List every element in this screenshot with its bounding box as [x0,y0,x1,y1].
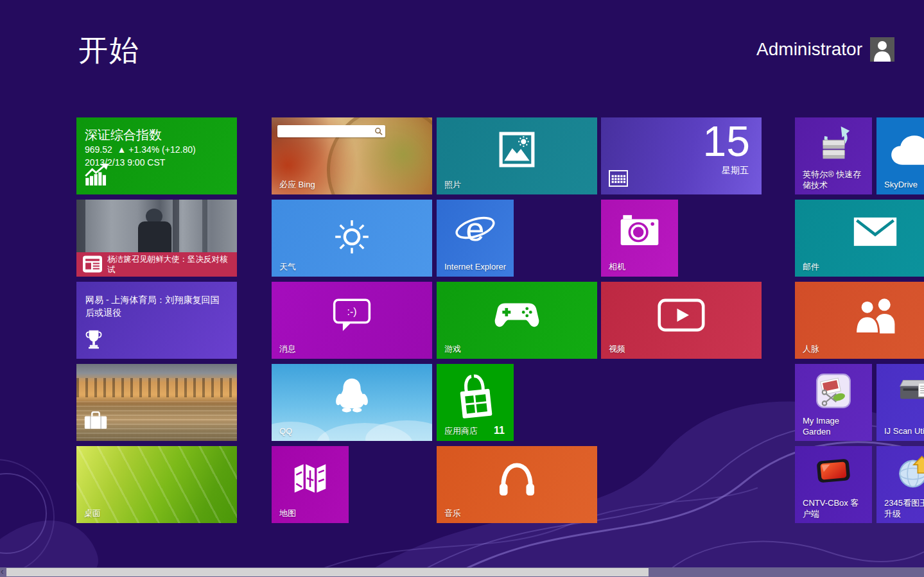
svg-text::-): :-) [347,306,357,317]
date-weekday: 星期五 [722,165,749,177]
page-title: 开始 [78,31,140,71]
tile-ij-scan-utility[interactable]: IJ Scan Utility [876,364,924,441]
tile-skydrive[interactable]: SkyDrive [876,117,924,194]
tile-weather[interactable]: 天气 [272,200,432,277]
user-name: Administrator [756,39,862,60]
games-label: 游戏 [444,343,591,354]
sun-icon [332,217,372,259]
headphones-icon [497,461,537,500]
globe-up-icon [897,455,924,494]
news-photo [76,200,237,252]
tile-mail[interactable]: 邮件 [795,200,924,277]
tile-camera[interactable]: 相机 [601,200,678,277]
news-headline: 杨洁篪召见朝鲜大使：坚决反对核试 [107,254,232,275]
tile-qq[interactable]: QQ [272,364,432,441]
stock-title: 深证综合指数 [85,126,162,144]
stock-change: ▲ +1.34% (+12.80) [118,144,196,155]
trophy-icon [84,329,103,352]
date-day: 15 [703,119,750,164]
camera-icon [618,214,661,250]
bing-search-input[interactable] [277,125,385,137]
cloud-icon [888,134,924,170]
scanner-icon [896,375,924,411]
tile-netease-news[interactable]: 网易 - 上海体育局：刘翔康复回国后或退役 [76,282,237,359]
camera-label: 相机 [609,261,672,272]
store-badge: 11 [494,425,505,436]
gamepad-icon [493,300,541,332]
my-image-garden-label: My Image Garden [803,415,866,437]
bing-label: 必应 Bing [279,179,426,190]
search-icon [374,127,383,135]
bar-chart-icon [84,164,110,188]
video-label: 视频 [609,343,755,354]
tile-people[interactable]: 人脉 [795,282,924,359]
tile-photos[interactable]: 照片 [437,117,597,194]
horizontal-scrollbar[interactable]: ‹ [0,567,924,577]
map-icon [292,461,329,497]
tile-store[interactable]: 应用商店 11 [437,364,514,441]
tile-news[interactable]: 杨洁篪召见朝鲜大使：坚决反对核试 [76,200,237,277]
scrollbar-thumb[interactable] [6,568,649,576]
play-icon [658,298,705,334]
stock-value: 969.52 [85,144,112,155]
tile-games[interactable]: 游戏 [437,282,597,359]
store-label: 应用商店 [444,426,491,436]
tile-desktop[interactable]: 桌面 [76,446,237,523]
intel-label: 英特尔® 快速存储技术 [803,169,866,191]
tile-stock-index[interactable]: 深证综合指数 969.52 ▲ +1.34% (+12.80) 2013/2/1… [76,117,237,194]
ie-label: Internet Explorer [444,261,507,272]
tile-music[interactable]: 音乐 [437,446,597,523]
music-label: 音乐 [444,508,591,519]
tile-cntv-cbox[interactable]: CNTV-CBox 客户端 [795,446,872,523]
calendar-icon [609,170,628,189]
user-avatar-icon[interactable] [870,37,894,62]
people-label: 人脉 [803,343,924,354]
tile-bing[interactable]: 必应 Bing [272,117,432,194]
skydrive-label: SkyDrive [884,179,924,190]
people-icon [851,297,900,336]
tile-internet-explorer[interactable]: e Internet Explorer [437,200,514,277]
photo-frame-icon [498,131,536,171]
suitcase-icon [84,411,107,432]
user-tile[interactable]: Administrator [756,37,894,62]
storage-drives-icon [814,125,853,166]
tile-calendar-date[interactable]: 15 星期五 [601,117,762,194]
upgrade-2345-label: 2345看图王版本升级 [884,497,924,519]
store-bag-icon [448,371,502,427]
tile-maps[interactable]: 地图 [272,446,349,523]
qq-label: QQ [279,426,426,436]
desktop-label: 桌面 [84,508,231,519]
ie-icon: e [455,210,496,251]
tile-travel[interactable] [76,364,237,441]
svg-text:e: e [466,211,485,248]
tile-2345-upgrade[interactable]: 2345看图王版本升级 [876,446,924,523]
ij-scan-label: IJ Scan Utility [884,426,924,436]
netease-headline: 网易 - 上海体育局：刘翔康复回国后或退役 [85,293,223,319]
scroll-left-arrow[interactable]: ‹ [1,566,4,577]
newspaper-icon [83,255,102,273]
maps-label: 地图 [279,508,342,519]
tile-video[interactable]: 视频 [601,282,762,359]
cntv-label: CNTV-CBox 客户端 [803,497,866,519]
envelope-icon [853,216,898,250]
tile-intel-rapid-storage[interactable]: 英特尔® 快速存储技术 [795,117,872,194]
image-garden-icon [815,373,851,411]
mail-label: 邮件 [803,261,924,272]
chat-icon: :-) [333,298,371,335]
penguin-icon [331,377,372,417]
photos-label: 照片 [444,179,591,190]
tile-messages[interactable]: :-) 消息 [272,282,432,359]
tile-my-image-garden[interactable]: My Image Garden [795,364,872,441]
weather-label: 天气 [279,261,426,272]
messages-label: 消息 [279,343,426,354]
tv-icon [815,455,852,490]
